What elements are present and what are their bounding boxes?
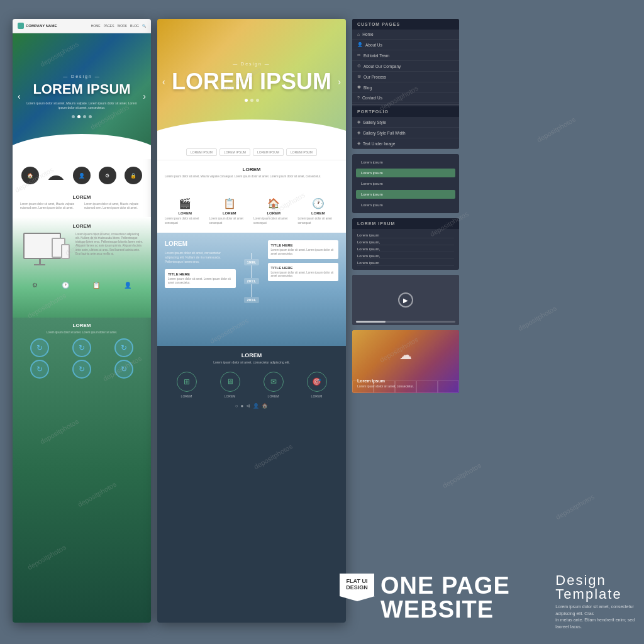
list-btn-2[interactable]: Lorem ipsum [356, 169, 455, 177]
menu-text-under-label: Text Under Image [363, 142, 395, 146]
lorem-list-header: LOREM IPSUM [352, 218, 459, 229]
gallery-full-icon: ◈ [357, 130, 360, 135]
col-left-text: Lorem ipsum dolor sit amet, Mauris vulpa… [20, 203, 79, 211]
nav-pages[interactable]: PAGES [104, 24, 114, 28]
menu-about-company[interactable]: ⊙ About Our Company [352, 61, 459, 72]
hero-dot-1[interactable] [72, 115, 75, 118]
list-btn-4[interactable]: Lorem ipsum [356, 190, 455, 199]
service-label-1: LOREM [178, 211, 192, 215]
menu-gallery-label: Gallery Style [363, 120, 386, 125]
pill-1[interactable]: LOREM IPSUM [186, 148, 217, 156]
flat-ui-label-2: DESIGN [343, 585, 370, 591]
menu-home-label: Home [362, 32, 373, 36]
lorem-list-panel: LOREM IPSUM Lorem ipsum Lorem ipsum, Lor… [352, 218, 459, 270]
home-menu-icon: ⌂ [357, 32, 360, 36]
middle-hero-next[interactable]: › [338, 77, 341, 87]
nav-search[interactable]: 🔍 [142, 24, 146, 28]
pill-3[interactable]: LOREM IPSUM [253, 148, 284, 156]
timeline-line-mid [251, 265, 252, 278]
menu-gallery[interactable]: ◈ Gallery Style [352, 117, 459, 128]
text-under-icon: ◈ [357, 141, 360, 146]
hero-prev-arrow[interactable]: ‹ [18, 91, 21, 101]
middle-design-label: — Design — [233, 62, 270, 66]
editorial-menu-icon: ✏ [357, 53, 361, 58]
timeline-line-bot [251, 284, 252, 297]
menu-contact-label: Contact Us [362, 96, 382, 100]
main-container: COMPANY NAME HOME PAGES WORK BLOG 🔍 ‹ — … [0, 0, 644, 644]
b-label-4: LOREM [311, 394, 323, 398]
menu-editorial[interactable]: ✏ Editorial Team [352, 50, 459, 61]
button-list-panel: Lorem ipsum Lorem ipsum Lorem ipsum Lore… [352, 154, 459, 213]
menu-contact[interactable]: ? Contact Us [352, 93, 459, 103]
nav-home[interactable]: HOME [91, 24, 101, 28]
about-menu-icon: 👤 [357, 42, 363, 47]
timeline-box-title-3: TITLE HERE [271, 266, 336, 270]
timeline-title-col: LOREM Lorem ipsum dolor sit amet, consec… [165, 240, 236, 303]
hero-dot-2[interactable] [77, 115, 80, 118]
si-1: ⚙ [32, 282, 38, 289]
button-list: Lorem ipsum Lorem ipsum Lorem ipsum Lore… [352, 154, 459, 213]
middle-hero: ‹ — Design — LOREM IPSUM › [157, 19, 346, 145]
content-title: LOREM [20, 194, 143, 200]
m-dot-2[interactable] [250, 99, 253, 102]
circle-icon-2: ↻ [72, 338, 91, 357]
wave-content: Lorem ipsum dolor sit amet, consectetur … [20, 233, 143, 277]
col-left: Lorem ipsum dolor sit amet, Mauris vulpa… [20, 203, 79, 211]
main-title-col: ONE PAGE WEBSITE [380, 574, 549, 621]
si-3: 📋 [92, 282, 100, 289]
service-label-3: LOREM [267, 211, 280, 215]
nav-blog[interactable]: BLOG [130, 24, 139, 28]
hero-dot-4[interactable] [89, 115, 92, 118]
separator-1 [352, 104, 459, 105]
menu-home[interactable]: ⌂ Home [352, 30, 459, 40]
hero-dot-3[interactable] [83, 115, 86, 118]
timeline-box-3: TITLE HERE Lorem ipsum dolor sit amet. L… [268, 263, 339, 282]
pill-4[interactable]: LOREM IPSUM [286, 148, 317, 156]
bottom-section-text: Lorem ipsum dolor sit amet, consectetur … [165, 360, 338, 364]
timeline-main-title: LOREM [165, 240, 236, 247]
nav-dot-icon-3: ⊲ [246, 403, 250, 409]
menu-blog[interactable]: ✱ Blog [352, 82, 459, 93]
play-button-icon[interactable]: ▶ [398, 292, 413, 308]
timeline-intro-text: Lorem ipsum dolor sit amet, consectetur … [165, 251, 236, 264]
process-menu-icon: ⚙ [357, 74, 361, 79]
m-dot-1[interactable] [245, 99, 248, 102]
service-text-3: Lorem ipsum dolor sit amet consequat [253, 217, 294, 225]
nav-dot-icon-2: ● [241, 403, 244, 409]
menu-gallery-full[interactable]: ◈ Gallery Style Full Width [352, 128, 459, 138]
small-icons-row: ⚙ 🕐 📋 👤 [20, 282, 143, 289]
b-icon-3: ✉ [264, 372, 284, 392]
list-btn-5[interactable]: Lorem ipsum [356, 201, 455, 209]
menu-process[interactable]: ⚙ Our Process [352, 72, 459, 82]
timeline-box-title-2: TITLE HERE [271, 243, 336, 247]
service-clock: 🕐 LOREM Lorem ipsum dolor sit amet conse… [298, 197, 339, 225]
menu-blog-label: Blog [364, 86, 372, 90]
circle-1: ↻ [20, 338, 58, 357]
clock-icon: 🕐 [312, 197, 325, 209]
m-dot-3[interactable] [256, 99, 259, 102]
contact-menu-icon: ? [357, 96, 360, 100]
circle-icon-5: ↻ [72, 360, 91, 379]
middle-hero-prev[interactable]: ‹ [162, 77, 165, 87]
list-btn-1[interactable]: Lorem ipsum [356, 158, 455, 167]
nav-logo: COMPANY NAME [18, 23, 57, 29]
b-label-2: LOREM [225, 394, 236, 398]
menu-text-under[interactable]: ◈ Text Under Image [352, 138, 459, 149]
hero-design-label: — Design — [63, 74, 101, 79]
video-thumbnail[interactable]: ▶ [352, 275, 459, 325]
list-btn-3[interactable]: Lorem ipsum [356, 179, 455, 188]
hero-subtitle: Lorem ipsum dolor sit amet, Mauris vulpa… [13, 101, 151, 110]
icon-settings: ⚙ [99, 167, 116, 184]
image-thumbnail: ☁ Lorem ipsum Lorem ipsum dolor sit amet… [352, 330, 459, 393]
timeline-box-text-1: Lorem ipsum dolor sit amet. Lorem ipsum … [168, 277, 233, 285]
two-col-content: Lorem ipsum dolor sit amet, Mauris vulpa… [20, 203, 143, 211]
menu-about-us[interactable]: 👤 About Us [352, 40, 459, 50]
video-panel: ▶ [352, 275, 459, 325]
image-panel: ☁ Lorem ipsum Lorem ipsum dolor sit amet… [352, 330, 459, 393]
hero-title: LOREM IPSUM [33, 81, 130, 97]
phone-icon [61, 244, 70, 259]
nav-work[interactable]: WORK [118, 24, 128, 28]
sub-title-col: Design Template Lorem ipsum dolor sit am… [555, 574, 638, 633]
hero-next-arrow[interactable]: › [143, 91, 146, 101]
pill-2[interactable]: LOREM IPSUM [219, 148, 250, 156]
